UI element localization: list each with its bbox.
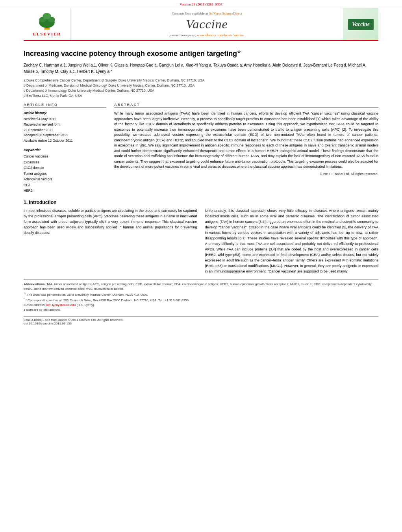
article-info-column: ARTICLE INFO Article history: Received 4… xyxy=(24,103,106,193)
keyword-6: CEA xyxy=(24,182,106,188)
doi-line: doi:10.1016/j.vaccine.2011.09.133 xyxy=(24,322,378,325)
elsevier-logo: ELSEVIER xyxy=(24,8,71,40)
affiliations: a Duke Comprehensive Cancer Center, Depa… xyxy=(24,78,378,98)
affiliation-d: d ExoThera LLC, Menlo Park, CA, USA xyxy=(24,93,378,98)
article-history: Article history: Received 4 May 2011 Rec… xyxy=(24,111,106,143)
intro-left-col: In most infectious diseases, soluble or … xyxy=(24,208,197,274)
footnotes-area: Abbreviations: TAA, tumor associated ant… xyxy=(24,279,378,312)
journal-ref: Vaccine 29 (2011) 9361–9367 xyxy=(180,2,222,6)
info-abstract-columns: ARTICLE INFO Article history: Received 4… xyxy=(24,103,378,193)
received-revised-date: 22 September 2011 xyxy=(24,128,106,133)
vaccine-logo-box: Vaccine xyxy=(343,8,378,40)
corresponding-note: * * Corresponding author at: 203 Researc… xyxy=(24,297,378,303)
vaccine-brand-logo: Vaccine xyxy=(348,19,374,30)
main-content: Increasing vaccine potency through exoso… xyxy=(0,41,402,333)
keyword-7: HER2 xyxy=(24,188,106,193)
journal-center: Contents lists available at SciVerse Sci… xyxy=(71,8,343,40)
keywords-label: Keywords: xyxy=(24,148,106,152)
accepted-date: Accepted 30 September 2011 xyxy=(24,133,106,138)
authors-line: Zachary C. Hartman a,1, Junping Wei a,1,… xyxy=(24,62,378,75)
history-label: Article history: xyxy=(24,111,106,115)
keyword-4: Tumor antigens xyxy=(24,171,106,176)
top-bar: Vaccine 29 (2011) 9361–9367 xyxy=(0,0,402,8)
journal-header: ELSEVIER Contents lists available at Sci… xyxy=(24,8,378,41)
received-revised-label: Received in revised form xyxy=(24,122,106,128)
sciverse-link: Contents lists available at SciVerse Sci… xyxy=(79,11,335,15)
abstract-column: ABSTRACT While many tumor associated ant… xyxy=(114,103,378,193)
elsevier-wordmark: ELSEVIER xyxy=(33,32,61,36)
co-first-note: 1 Both are co-first authors. xyxy=(24,308,378,312)
keyword-1: Cancer vaccines xyxy=(24,154,106,159)
article-title: Increasing vaccine potency through exoso… xyxy=(24,49,378,58)
abstract-section-label: ABSTRACT xyxy=(114,103,378,108)
keywords-section: Keywords: Cancer vaccines Exosomes C1C2 … xyxy=(24,148,106,193)
abstract-text: While many tumor associated antigens (TA… xyxy=(114,111,378,170)
work-note: ☆ The work was performed at: Duke Univer… xyxy=(24,291,378,297)
received-date: Received 4 May 2011 xyxy=(24,117,106,122)
keyword-5: Adenovirus vectors xyxy=(24,176,106,182)
email-link[interactable]: kim.lyerly@duke.edu xyxy=(46,303,76,307)
intro-right-col: Unfortunately, this classical approach s… xyxy=(205,208,379,274)
keyword-3: C1C2 domain xyxy=(24,165,106,171)
abbreviations-line: Abbreviations: TAA, tumor associated ant… xyxy=(24,282,378,291)
elsevier-tree-icon xyxy=(36,13,58,30)
affiliation-a: a Duke Comprehensive Cancer Center, Depa… xyxy=(24,78,378,83)
journal-homepage: journal homepage: www.elsevier.com/locat… xyxy=(79,33,335,37)
page-wrapper: Vaccine 29 (2011) 9361–9367 ELSEVIER Con… xyxy=(0,0,402,333)
email-line: E-mail address: kim.lyerly@duke.edu (H.K… xyxy=(24,303,378,308)
abbrev-text: TAA, tumor associated antigens; APC, ant… xyxy=(24,282,372,291)
intro-columns: In most infectious diseases, soluble or … xyxy=(24,208,378,274)
intro-left-text: In most infectious diseases, soluble or … xyxy=(24,208,197,236)
introduction-heading: 1. Introduction xyxy=(24,200,378,205)
affiliation-b: b Department of Medicine, Division of Me… xyxy=(24,83,378,88)
footer-bar: 0264-410X/$ – see front matter © 2011 El… xyxy=(24,316,378,325)
abbrev-label: Abbreviations: xyxy=(24,282,46,286)
article-info-section-label: ARTICLE INFO xyxy=(24,103,106,108)
keyword-2: Exosomes xyxy=(24,159,106,165)
journal-title: Vaccine xyxy=(79,17,335,32)
copyright-line: © 2011 Elsevier Ltd. All rights reserved… xyxy=(114,172,378,176)
sciverse-anchor[interactable]: SciVerse ScienceDirect xyxy=(209,11,242,15)
affiliation-c: c Department of Immunology, Duke Univers… xyxy=(24,88,378,93)
intro-right-text: Unfortunately, this classical approach s… xyxy=(205,208,379,274)
homepage-url[interactable]: www.elsevier.com/locate/vaccine xyxy=(197,33,244,37)
keywords-list: Cancer vaccines Exosomes C1C2 domain Tum… xyxy=(24,154,106,193)
issn-line: 0264-410X/$ – see front matter © 2011 El… xyxy=(24,318,378,322)
svg-point-4 xyxy=(43,13,51,19)
available-online: Available online 12 October 2011 xyxy=(24,138,106,144)
